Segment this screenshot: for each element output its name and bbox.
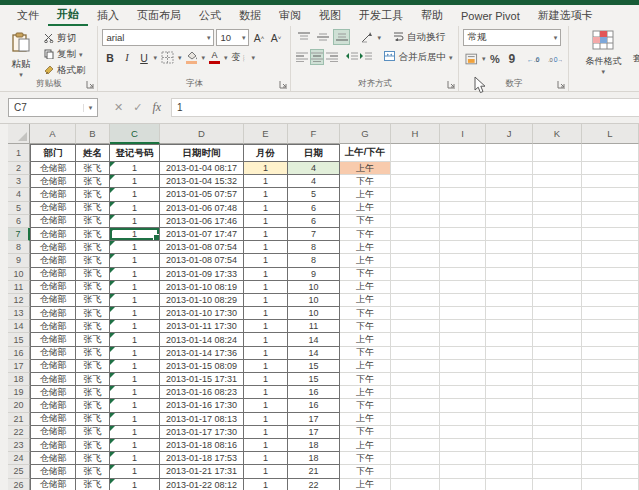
column-header-K[interactable]: K xyxy=(533,124,582,144)
enter-icon[interactable]: ✓ xyxy=(133,101,142,114)
cell-L22[interactable] xyxy=(582,426,639,439)
cell-E11[interactable]: 1 xyxy=(244,281,288,294)
cell-K9[interactable] xyxy=(533,254,582,267)
cell-L14[interactable] xyxy=(582,320,639,333)
cell-A5[interactable]: 仓储部 xyxy=(30,202,76,215)
cell-A9[interactable]: 仓储部 xyxy=(30,254,76,267)
cell-E14[interactable]: 1 xyxy=(244,320,288,333)
paste-dropdown-icon[interactable]: ▾ xyxy=(19,71,23,78)
cell-E12[interactable]: 1 xyxy=(244,294,288,307)
cell-C3[interactable]: 1 xyxy=(110,175,160,188)
number-format-combo[interactable]: 常规 ▾ xyxy=(463,29,561,46)
cell-C18[interactable]: 1 xyxy=(110,373,160,386)
cell-L11[interactable] xyxy=(582,281,639,294)
cell-I19[interactable] xyxy=(440,386,486,399)
cell-E2[interactable]: 1 xyxy=(244,162,288,175)
cell-D15[interactable]: 2013-01-14 08:24 xyxy=(160,333,244,346)
cell-D7[interactable]: 2013-01-07 17:47 xyxy=(160,228,244,241)
cell-J22[interactable] xyxy=(486,426,533,439)
cell-I5[interactable] xyxy=(440,202,486,215)
cell-I18[interactable] xyxy=(440,373,486,386)
cell-F26[interactable]: 22 xyxy=(288,479,340,490)
cell-L26[interactable] xyxy=(582,479,639,490)
row-header-25[interactable]: 25 xyxy=(8,465,30,478)
cell-J12[interactable] xyxy=(486,294,533,307)
row-header-3[interactable]: 3 xyxy=(8,175,30,188)
cell-A16[interactable]: 仓储部 xyxy=(30,347,76,360)
cell-E5[interactable]: 1 xyxy=(244,202,288,215)
cell-B24[interactable]: 张飞 xyxy=(76,452,110,465)
cell-L1[interactable] xyxy=(582,144,639,162)
cell-H6[interactable] xyxy=(391,215,440,228)
cell-K5[interactable] xyxy=(533,202,582,215)
cell-L8[interactable] xyxy=(582,241,639,254)
cell-H21[interactable] xyxy=(391,413,440,426)
font-size-combo[interactable]: 10 ▾ xyxy=(216,29,249,46)
column-header-L[interactable]: L xyxy=(582,124,639,144)
cell-A4[interactable]: 仓储部 xyxy=(30,188,76,201)
cell-K1[interactable] xyxy=(533,144,582,162)
cell-B3[interactable]: 张飞 xyxy=(76,175,110,188)
cell-L6[interactable] xyxy=(582,215,639,228)
cell-G13[interactable]: 下午 xyxy=(340,307,391,320)
cell-G5[interactable]: 上午 xyxy=(340,202,391,215)
cell-H3[interactable] xyxy=(391,175,440,188)
phonetic-guide-button[interactable]: 变︴ xyxy=(230,49,250,66)
cell-H4[interactable] xyxy=(391,188,440,201)
cell-K14[interactable] xyxy=(533,320,582,333)
align-middle-icon[interactable] xyxy=(314,29,331,45)
conditional-formatting-button[interactable]: 条件格式 ▾ xyxy=(579,30,627,75)
cell-F7[interactable]: 7 xyxy=(288,228,340,241)
cell-H8[interactable] xyxy=(391,241,440,254)
cell-G24[interactable]: 下午 xyxy=(340,452,391,465)
row-header-13[interactable]: 13 xyxy=(8,307,30,320)
fill-color-dropdown-icon[interactable]: ▾ xyxy=(202,54,206,61)
cell-D8[interactable]: 2013-01-08 07:54 xyxy=(160,241,244,254)
cell-I4[interactable] xyxy=(440,188,486,201)
cell-D10[interactable]: 2013-01-09 17:33 xyxy=(160,268,244,281)
align-left-icon[interactable] xyxy=(295,49,307,65)
cell-E7[interactable]: 1 xyxy=(244,228,288,241)
cell-A23[interactable]: 仓储部 xyxy=(30,439,76,452)
row-header-20[interactable]: 20 xyxy=(8,399,30,412)
cell-I10[interactable] xyxy=(440,268,486,281)
cell-L10[interactable] xyxy=(582,268,639,281)
cell-F13[interactable]: 10 xyxy=(288,307,340,320)
cell-C7[interactable]: 1 xyxy=(110,228,160,241)
borders-dropdown-icon[interactable]: ▾ xyxy=(178,54,182,61)
cell-K25[interactable] xyxy=(533,465,582,478)
cell-K4[interactable] xyxy=(533,188,582,201)
cell-C13[interactable]: 1 xyxy=(110,307,160,320)
cell-L4[interactable] xyxy=(582,188,639,201)
cell-B15[interactable]: 张飞 xyxy=(76,333,110,346)
row-header-23[interactable]: 23 xyxy=(8,439,30,452)
cell-F14[interactable]: 11 xyxy=(288,320,340,333)
cell-H24[interactable] xyxy=(391,452,440,465)
cell-E13[interactable]: 1 xyxy=(244,307,288,320)
column-header-J[interactable]: J xyxy=(486,124,533,144)
tab-10[interactable]: 帮助 xyxy=(412,5,452,26)
row-header-16[interactable]: 16 xyxy=(8,347,30,360)
cell-J2[interactable] xyxy=(486,162,533,175)
grow-font-button[interactable]: A˄ xyxy=(251,29,266,46)
cell-D13[interactable]: 2013-01-10 17:30 xyxy=(160,307,244,320)
cell-A12[interactable]: 仓储部 xyxy=(30,294,76,307)
header-cell-F1[interactable]: 日期 xyxy=(288,144,340,162)
cell-I14[interactable] xyxy=(440,320,486,333)
cell-I6[interactable] xyxy=(440,215,486,228)
cell-G10[interactable]: 下午 xyxy=(340,268,391,281)
cell-D11[interactable]: 2013-01-10 08:19 xyxy=(160,281,244,294)
clipboard-dialog-launcher-icon[interactable] xyxy=(86,80,95,89)
row-header-11[interactable]: 11 xyxy=(8,281,30,294)
merge-center-button[interactable]: 合并后居中 ▾ xyxy=(382,50,454,65)
cell-A26[interactable]: 仓储部 xyxy=(30,479,76,490)
tab-2[interactable]: 开始 xyxy=(48,5,88,26)
header-cell-D1[interactable]: 日期时间 xyxy=(160,144,244,162)
cell-E17[interactable]: 1 xyxy=(244,360,288,373)
cell-A11[interactable]: 仓储部 xyxy=(30,281,76,294)
cell-C26[interactable]: 1 xyxy=(110,479,160,490)
cell-D16[interactable]: 2013-01-14 17:36 xyxy=(160,347,244,360)
cell-H18[interactable] xyxy=(391,373,440,386)
cell-L9[interactable] xyxy=(582,254,639,267)
cell-C25[interactable]: 1 xyxy=(110,465,160,478)
